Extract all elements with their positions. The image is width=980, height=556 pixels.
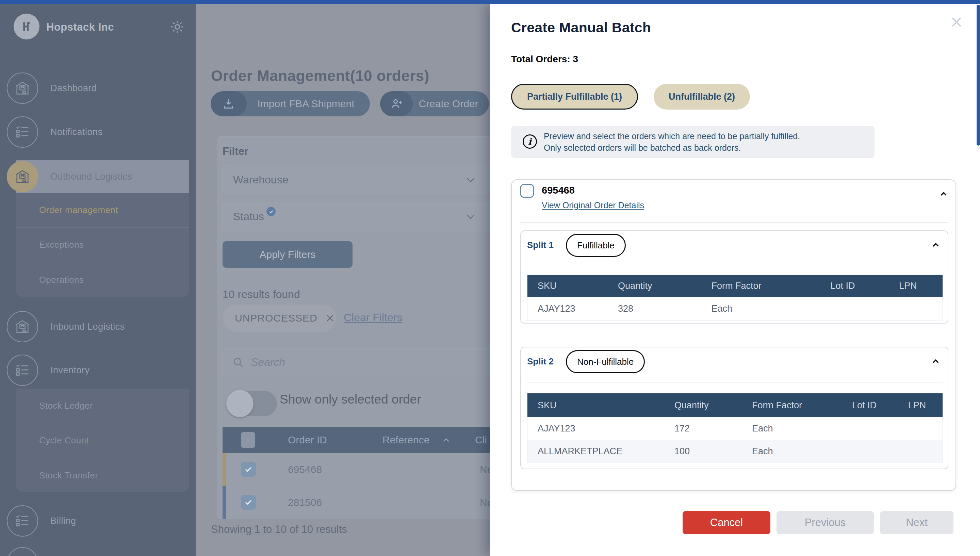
show-selected-toggle[interactable] bbox=[227, 391, 277, 416]
row-status-bar bbox=[223, 486, 226, 519]
row-checkbox-checked[interactable] bbox=[241, 462, 256, 477]
sidebar-item-inventory[interactable]: Inventory bbox=[0, 354, 196, 386]
split-label: Split 1 bbox=[527, 240, 554, 251]
table-row: AJAY123 172 Each bbox=[528, 417, 943, 440]
view-original-order-details-link[interactable]: View Original Order Details bbox=[542, 200, 644, 210]
previous-button[interactable]: Previous bbox=[777, 511, 874, 534]
tab-unfulfillable[interactable]: Unfulfillable (2) bbox=[654, 84, 750, 110]
sidebar-item-outbound-logistics[interactable]: Outbound Logistics bbox=[0, 161, 196, 192]
divider bbox=[527, 382, 943, 383]
page-title: Order Management(10 orders) bbox=[211, 67, 429, 84]
warehouse-select[interactable]: Warehouse bbox=[223, 165, 515, 194]
non-fulfillable-badge: Non-Fulfillable bbox=[566, 350, 645, 373]
app: Hopstack Inc Dashboard Notifications bbox=[0, 0, 980, 556]
close-icon[interactable] bbox=[949, 15, 964, 29]
column-reference[interactable]: Reference bbox=[383, 434, 429, 446]
table-row: ALLMARKETPLACE 100 Each bbox=[528, 440, 943, 463]
sidebar-item-order-management[interactable]: Order management bbox=[16, 193, 189, 228]
unprocessed-filter-chip[interactable]: UNPROCESSED bbox=[223, 305, 336, 332]
sidebar-item-inbound-logistics[interactable]: Inbound Logistics bbox=[0, 311, 196, 342]
col-sku: SKU bbox=[528, 400, 675, 411]
sidebar-item-label: Inventory bbox=[50, 365, 90, 376]
col-lot-id: Lot ID bbox=[852, 400, 908, 411]
col-form-factor: Form Factor bbox=[711, 281, 830, 291]
search-field bbox=[223, 348, 515, 376]
order-card-695468: 695468 View Original Order Details Split… bbox=[511, 179, 956, 491]
remove-filter-icon[interactable] bbox=[325, 313, 335, 323]
create-order-button[interactable]: Create Order bbox=[380, 91, 489, 116]
warehouse-icon bbox=[7, 73, 38, 104]
col-quantity: Quantity bbox=[618, 281, 712, 291]
search-icon bbox=[232, 356, 245, 369]
sidebar-item-stock-transfer[interactable]: Stock Transfer bbox=[16, 458, 189, 492]
sku-cell: ALLMARKETPLACE bbox=[528, 446, 675, 457]
import-fba-shipment-button[interactable]: Import FBA Shipment bbox=[211, 91, 370, 116]
sidebar-item-exceptions[interactable]: Exceptions bbox=[16, 228, 189, 262]
gear-icon[interactable] bbox=[170, 19, 185, 35]
select-all-checkbox[interactable] bbox=[241, 432, 255, 448]
collapse-split-icon[interactable] bbox=[931, 240, 941, 250]
cancel-button[interactable]: Cancel bbox=[683, 511, 770, 534]
checklist-icon bbox=[7, 354, 38, 386]
tab-partially-fulfillable[interactable]: Partially Fulfillable (1) bbox=[511, 84, 638, 110]
create-order-label: Create Order bbox=[413, 98, 489, 110]
split-2-card: Split 2 Non-Fulfillable SKU Quantity For… bbox=[520, 347, 948, 469]
sidebar-item-operations[interactable]: Operations bbox=[16, 262, 189, 297]
toggle-knob bbox=[226, 390, 253, 417]
add-user-icon bbox=[380, 91, 413, 116]
collapse-split-icon[interactable] bbox=[931, 356, 941, 367]
divider bbox=[520, 222, 948, 223]
quantity-cell: 328 bbox=[618, 304, 712, 314]
row-status-bar bbox=[223, 453, 226, 486]
split-1-card: Split 1 Fulfillable SKU Quantity Form Fa… bbox=[520, 230, 948, 323]
sku-cell: AJAY123 bbox=[528, 304, 618, 314]
sidebar-item-label: Dashboard bbox=[50, 83, 97, 94]
order-id: 695468 bbox=[542, 185, 575, 196]
column-order-id: Order ID bbox=[288, 434, 327, 446]
clear-filters-link[interactable]: Clear Filters bbox=[344, 311, 402, 324]
create-manual-batch-modal: Create Manual Batch Total Orders: 3 Part… bbox=[490, 4, 980, 556]
results-count: 10 results found bbox=[223, 288, 300, 301]
search-input[interactable] bbox=[250, 348, 454, 376]
info-banner: i Preview and select the orders which ar… bbox=[511, 126, 875, 158]
split-1-table: SKU Quantity Form Factor Lot ID LPN AJAY… bbox=[527, 275, 943, 321]
collapse-order-icon[interactable] bbox=[938, 189, 949, 199]
brand-name: Hopstack Inc bbox=[46, 21, 114, 33]
scrollbar-thumb[interactable] bbox=[977, 5, 980, 145]
hopstack-logo bbox=[14, 14, 39, 39]
quantity-cell: 100 bbox=[675, 446, 752, 457]
modal-title: Create Manual Batch bbox=[511, 20, 651, 36]
row-checkbox-checked[interactable] bbox=[241, 495, 256, 510]
total-orders: Total Orders: 3 bbox=[511, 54, 578, 65]
col-quantity: Quantity bbox=[675, 400, 752, 411]
order-checkbox[interactable] bbox=[520, 184, 534, 198]
apply-filters-button[interactable]: Apply Filters bbox=[223, 241, 352, 268]
chip-label: UNPROCESSED bbox=[235, 312, 318, 324]
info-text-line2: Only selected orders will be batched as … bbox=[544, 142, 800, 154]
sidebar-item-label: Notifications bbox=[50, 127, 103, 137]
show-selected-label: Show only selected order bbox=[280, 392, 421, 407]
sidebar-item-billing[interactable]: Billing bbox=[0, 505, 196, 537]
sidebar-item-cycle-count[interactable]: Cycle Count bbox=[16, 423, 189, 458]
sort-asc-icon[interactable] bbox=[442, 436, 450, 445]
info-text-line1: Preview and select the orders which are … bbox=[544, 130, 800, 142]
col-form-factor: Form Factor bbox=[752, 400, 852, 411]
warehouse-icon bbox=[7, 311, 38, 342]
warehouse-icon bbox=[7, 161, 38, 192]
col-lot-id: Lot ID bbox=[831, 281, 899, 291]
sidebar-item-dashboard[interactable]: Dashboard bbox=[0, 73, 196, 104]
sidebar-item-partial[interactable] bbox=[0, 547, 196, 556]
order-management-page: Order Management(10 orders) Import FBA S… bbox=[196, 4, 536, 556]
sku-cell: AJAY123 bbox=[528, 423, 675, 434]
pagination-summary: Showing 1 to 10 of 10 results bbox=[211, 523, 347, 536]
next-button[interactable]: Next bbox=[880, 511, 953, 534]
fulfillability-tabs: Partially Fulfillable (1) Unfulfillable … bbox=[511, 84, 750, 110]
status-select[interactable]: Status bbox=[223, 202, 515, 231]
sidebar-item-notifications[interactable]: Notifications bbox=[0, 116, 196, 148]
form-factor-cell: Each bbox=[752, 423, 852, 434]
form-factor-cell: Each bbox=[752, 446, 852, 457]
sidebar-item-stock-ledger[interactable]: Stock Ledger bbox=[16, 389, 189, 423]
chevron-down-icon bbox=[465, 173, 477, 186]
download-icon bbox=[211, 91, 247, 116]
table-header-row: SKU Quantity Form Factor Lot ID LPN bbox=[528, 275, 943, 297]
